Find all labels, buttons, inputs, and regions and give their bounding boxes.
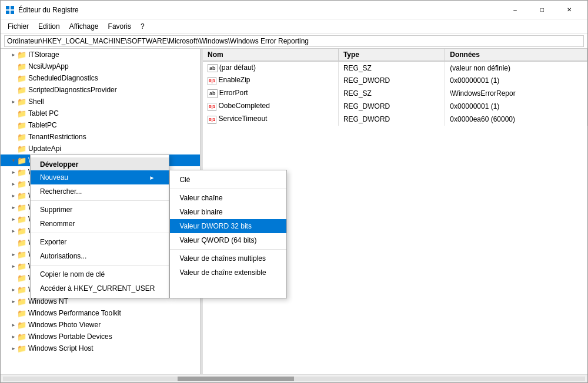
scrollbar-thumb (178, 377, 294, 381)
sub-valeur-binaire[interactable]: Valeur binaire (170, 205, 286, 219)
tree-arrow-tabletpc2 (10, 119, 17, 131)
tree-arrow-updateapi (10, 143, 17, 154)
ctx-autorisations[interactable]: Autorisations... (31, 249, 169, 263)
menu-bar: Fichier Edition Affichage Favoris ? (1, 19, 587, 33)
tree-item-shell[interactable]: ►📁Shell (1, 96, 200, 107)
tree-arrow-windowsmessagingsubsys: ► (10, 284, 17, 295)
reg-data: \WindowsErrorRepor (445, 87, 587, 100)
folder-icon-scheduleddiagnostics: 📁 (17, 74, 26, 83)
table-row[interactable]: ab (par défaut)REG_SZ(valeur non définie… (203, 61, 587, 74)
folder-icon-tabletpc2: 📁 (17, 121, 26, 130)
reg-data: 0x00000001 (1) (445, 100, 587, 113)
submenu: Clé Valeur chaîne Valeur binaire Valeur … (169, 170, 287, 298)
registry-table: Nom Type Données ab (par défaut)REG_SZ(v… (203, 49, 587, 126)
tree-arrow-windowsphotoviewer: ► (10, 319, 17, 331)
tree-label-itstorage: ITStorage (28, 51, 59, 59)
sub-sep-1 (170, 189, 286, 189)
horizontal-scrollbar[interactable] (1, 374, 587, 382)
app-icon (5, 5, 15, 15)
menu-affichage[interactable]: Affichage (65, 21, 103, 32)
minimize-button[interactable]: – (502, 1, 529, 19)
menu-help[interactable]: ? (136, 21, 149, 32)
context-menu-wrapper: Développer Nouveau ► Rechercher... Suppr… (30, 154, 287, 298)
tree-item-tenantrestrictions[interactable]: 📁TenantRestrictions (1, 131, 200, 143)
tree-item-windowsphotoviewer[interactable]: ►📁Windows Photo Viewer (1, 319, 200, 331)
svg-rect-3 (11, 11, 14, 14)
ctx-rechercher[interactable]: Rechercher... (31, 184, 169, 199)
title-bar: Éditeur du Registre – □ ✕ (1, 1, 587, 19)
ctx-nouveau[interactable]: Nouveau ► (31, 170, 169, 184)
close-button[interactable]: ✕ (556, 1, 583, 19)
address-text[interactable]: Ordinateur\HKEY_LOCAL_MACHINE\SOFTWARE\M… (4, 35, 584, 47)
ctx-supprimer[interactable]: Supprimer (31, 203, 169, 217)
ctx-exporter[interactable]: Exporter (31, 235, 169, 249)
folder-icon-windowsmediafoundation: 📁 (17, 262, 26, 271)
tree-item-tabletpc[interactable]: 📁Tablet PC (1, 107, 200, 119)
tree-item-updateapi[interactable]: 📁UpdateApi (1, 143, 200, 154)
tree-item-windowsperformancetoolkit[interactable]: 📁Windows Performance Toolkit (1, 307, 200, 319)
tree-label-tenantrestrictions: TenantRestrictions (28, 133, 86, 141)
reg-type: REG_DWORD (338, 113, 445, 126)
ctx-developper[interactable]: Développer (31, 157, 169, 170)
tree-item-scheduleddiagnostics[interactable]: 📁ScheduledDiagnostics (1, 72, 200, 84)
tree-label-windowsportabledevices: Windows Portable Devices (28, 332, 112, 341)
folder-icon-windowsmediaplayernss: 📁 (17, 274, 26, 283)
sub-cle[interactable]: Clé (170, 173, 286, 187)
tree-item-windowsportabledevices[interactable]: ►📁Windows Portable Devices (1, 331, 200, 342)
reg-name: 0|1 EnableZip (203, 74, 338, 87)
col-type: Type (338, 49, 445, 61)
folder-icon-windowsdefender: 📁 (17, 192, 26, 200)
maximize-button[interactable]: □ (529, 1, 556, 19)
reg-name: 0|1 ServiceTimeout (203, 113, 338, 126)
ctx-renommer[interactable]: Renommer (31, 217, 169, 231)
table-row[interactable]: 0|1 EnableZipREG_DWORD0x00000001 (1) (203, 74, 587, 87)
tree-label-ncsiuwpapp: NcsiUwpApp (28, 62, 69, 70)
sub-valeur-dword[interactable]: Valeur DWORD 32 bits (170, 219, 286, 233)
svg-rect-2 (6, 11, 9, 14)
sub-valeur-chaine-extensible[interactable]: Valeur de chaîne extensible (170, 266, 286, 280)
tree-item-scripteddiagnosticsprovider[interactable]: 📁ScriptedDiagnosticsProvider (1, 84, 200, 96)
tree-label-windowsscripthost: Windows Script Host (28, 344, 93, 352)
tree-arrow-windowsmediaplayernss (10, 272, 17, 284)
folder-icon-windowsphotoviewer: 📁 (17, 321, 26, 330)
tree-item-itstorage[interactable]: ►📁ITStorage (1, 49, 200, 61)
folder-icon-windowsembedded: 📁 (17, 227, 26, 236)
folder-icon-wer: 📁 (17, 156, 26, 165)
reg-name: ab ErrorPort (203, 87, 338, 100)
menu-fichier[interactable]: Fichier (3, 21, 34, 32)
tree-arrow-windowsmediafoundation: ► (10, 260, 17, 272)
folder-icon-windowsnt: 📁 (17, 297, 26, 306)
table-row[interactable]: ab ErrorPortREG_SZ\WindowsErrorRepor (203, 87, 587, 100)
col-donnees: Données (445, 49, 587, 61)
ctx-copier[interactable]: Copier le nom de clé (31, 267, 169, 281)
ctx-acceder[interactable]: Accéder à HKEY_CURRENT_USER (31, 281, 169, 295)
tree-arrow-wer: ▼ (10, 154, 17, 166)
table-row[interactable]: 0|1 OobeCompletedREG_DWORD0x00000001 (1) (203, 100, 587, 113)
sub-valeur-chaines-multiples[interactable]: Valeur de chaînes multiples (170, 251, 286, 266)
tree-label-windowsnt: Windows NT (28, 297, 68, 305)
table-row[interactable]: 0|1 ServiceTimeoutREG_DWORD0x0000ea60 (6… (203, 113, 587, 126)
address-bar: Ordinateur\HKEY_LOCAL_MACHINE\SOFTWARE\M… (1, 33, 587, 49)
tree-item-ncsiuwpapp[interactable]: 📁NcsiUwpApp (1, 61, 200, 72)
sub-valeur-qword[interactable]: Valeur QWORD (64 bits) (170, 233, 286, 247)
main-area: ►📁ITStorage📁NcsiUwpApp📁ScheduledDiagnost… (1, 49, 587, 374)
folder-icon-shell: 📁 (17, 98, 26, 106)
tree-arrow-tenantrestrictions (10, 131, 17, 143)
tree-item-tabletpc2[interactable]: 📁TabletPC (1, 119, 200, 131)
tree-arrow-itstorage: ► (10, 49, 17, 61)
menu-edition[interactable]: Edition (34, 21, 65, 32)
ctx-sep-2 (31, 233, 169, 233)
reg-type: REG_SZ (338, 61, 445, 74)
reg-data: (valeur non définie) (445, 61, 587, 74)
sub-valeur-chaine[interactable]: Valeur chaîne (170, 191, 286, 205)
tree-label-scripteddiagnosticsprovider: ScriptedDiagnosticsProvider (28, 86, 117, 94)
folder-icon-windowsperformancetoolkit: 📁 (17, 309, 26, 318)
reg-type: REG_DWORD (338, 74, 445, 87)
folder-icon-windowsdesktopsearch: 📁 (17, 215, 26, 224)
ctx-sep-3 (31, 265, 169, 266)
tree-label-tabletpc2: TabletPC (28, 121, 57, 129)
col-nom: Nom (203, 49, 338, 61)
menu-favoris[interactable]: Favoris (103, 21, 136, 32)
tree-item-windowsscripthost[interactable]: ►📁Windows Script Host (1, 342, 200, 354)
registry-editor-window: Éditeur du Registre – □ ✕ Fichier Editio… (0, 0, 588, 383)
